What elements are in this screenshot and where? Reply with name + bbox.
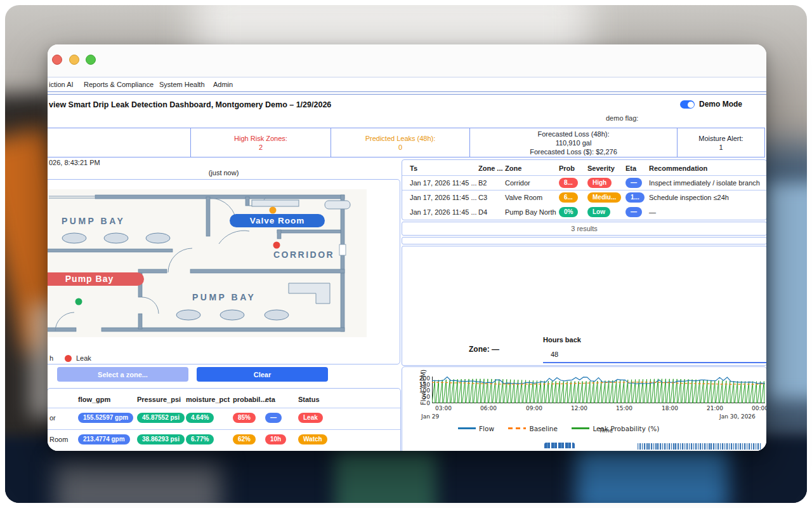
- nav-item-reports[interactable]: Reports & Compliance: [84, 81, 154, 88]
- eta-pill: 10h: [265, 434, 286, 444]
- close-window-button[interactable]: [52, 55, 62, 65]
- col-ts: Ts: [410, 164, 417, 172]
- zone-name-fragment: or: [49, 414, 56, 422]
- col-flow-gpm: flow_gpm: [78, 396, 110, 403]
- flow-chart-panel: Flow (GPM) 200150100500 03:0006:0009:001…: [402, 366, 766, 451]
- leak-dot-corridor: [273, 242, 280, 249]
- pressure-pill: 45.87552 psi: [137, 413, 185, 423]
- kpi-label: High Risk Zones:: [234, 134, 287, 143]
- results-count-bar: 3 results: [402, 222, 766, 236]
- zone-cell: Corridor: [505, 179, 530, 187]
- col-pressure-psi: Pressure_psi: [137, 396, 181, 403]
- prob-pill: 6...: [559, 192, 578, 203]
- kpi-card-empty: [48, 128, 191, 157]
- kpi-card-moisture-alert: Moisture Alert: 1: [677, 128, 765, 157]
- col-zone-id: Zone ...: [478, 164, 503, 172]
- x-axis-end-date: Jan 30, 2026: [719, 413, 756, 420]
- last-update-timestamp: 026, 8:43:21 PM: [49, 159, 100, 166]
- room-label-corridor: CORRIDOR: [273, 250, 334, 260]
- legend-leak-probability: Leak Probability (%): [572, 425, 659, 432]
- demo-mode-toggle[interactable]: [680, 100, 695, 109]
- recommendation-cell: Schedule inspection ≤24h: [649, 194, 729, 201]
- kpi-label: Moisture Alert:: [698, 134, 743, 143]
- selected-zone-label: Zone: —: [469, 345, 499, 354]
- freshness-label: (just now): [48, 169, 400, 177]
- col-recommendation: Recommendation: [649, 164, 707, 172]
- col-zone: Zone: [505, 164, 521, 172]
- flow-timeseries-chart[interactable]: [432, 377, 765, 403]
- x-axis-start-date: Jan 29: [421, 413, 439, 420]
- minimize-window-button[interactable]: [69, 55, 79, 65]
- status-pill: Watch: [298, 434, 327, 444]
- recommendation-cell: —: [649, 208, 656, 216]
- col-moisture-pct: moisture_pct: [186, 396, 230, 403]
- severity-pill: Low: [587, 207, 610, 217]
- demo-mode-label: Demo Mode: [699, 100, 742, 109]
- page-title: view Smart Drip Leak Detection Dashboard…: [49, 100, 331, 109]
- clipped-sparkline-fragment: [544, 443, 575, 448]
- floorplan-panel: PUMP BAY PUMP BAY CORRIDOR Valve Room Pu…: [48, 179, 400, 364]
- results-count: 3 results: [402, 225, 766, 232]
- nav-divider: [48, 91, 766, 95]
- col-probability: probabil...: [233, 396, 266, 403]
- zone-cell: Pump Bay North: [505, 208, 556, 216]
- clear-zone-button[interactable]: Clear: [197, 367, 328, 382]
- severity-pill: Mediu...: [587, 192, 621, 203]
- eta-pill: 1...: [625, 192, 645, 203]
- ts-cell: Jan 17, 2026 11:45 ...: [410, 208, 477, 216]
- legend-baseline: Baseline: [508, 425, 558, 432]
- desktop: iction AI Reports & Compliance System He…: [0, 0, 812, 508]
- prob-pill: 8...: [559, 178, 578, 188]
- zone-pill-label: Valve Room: [250, 216, 305, 225]
- zone-id-cell: B2: [478, 179, 487, 187]
- nav-item-prediction-ai[interactable]: iction AI: [49, 81, 74, 88]
- ts-cell: Jan 17, 2026 11:45 ...: [410, 194, 477, 201]
- zone-status-table: flow_gpm Pressure_psi moisture_pct proba…: [48, 388, 401, 451]
- ok-dot-pump-bay: [75, 298, 82, 305]
- hours-back-label: Hours back: [543, 336, 581, 344]
- legend-flow: Flow: [458, 425, 494, 432]
- toggle-knob: [688, 102, 694, 108]
- zone-pill-pump-bay[interactable]: Pump Bay: [48, 272, 144, 286]
- eta-pill: —: [625, 207, 642, 217]
- kpi-label: Predicted Leaks (48h):: [365, 134, 436, 143]
- chart-legend: Flow Baseline Leak Probability (%): [458, 420, 671, 432]
- probability-pill: 85%: [233, 413, 256, 423]
- watch-dot-valve-room: [270, 207, 277, 214]
- zone-id-cell: C3: [478, 194, 487, 201]
- moisture-pill: 6.77%: [186, 434, 214, 444]
- zone-detail-panel: Zone: — Hours back: [402, 246, 766, 366]
- status-pill: Leak: [298, 413, 323, 423]
- nav-item-admin[interactable]: Admin: [213, 81, 233, 88]
- floorplan-map[interactable]: PUMP BAY PUMP BAY CORRIDOR Valve Room Pu…: [48, 189, 367, 337]
- kpi-value: 2: [259, 143, 263, 152]
- x-axis-label: Time: [599, 427, 613, 434]
- col-prob: Prob: [559, 164, 575, 172]
- app-window: iction AI Reports & Compliance System He…: [48, 44, 766, 451]
- demo-flag-label: demo flag:: [606, 114, 638, 122]
- right-wall-door: [339, 244, 346, 255]
- zone-pill-valve-room[interactable]: Valve Room: [230, 214, 325, 227]
- probability-pill: 62%: [233, 434, 256, 444]
- kpi-card-forecasted-loss: Forecasted Loss (48h): 110,910 gal Forec…: [469, 128, 678, 157]
- hours-back-input[interactable]: [543, 346, 766, 363]
- select-zone-button[interactable]: Select a zone...: [57, 367, 188, 382]
- kpi-value: 0: [398, 143, 402, 152]
- kpi-value: 110,910 gal: [556, 138, 592, 147]
- zone-cell: Valve Room: [505, 194, 542, 201]
- ts-cell: Jan 17, 2026 11:45 ...: [410, 179, 477, 187]
- legend-leak-label: Leak: [76, 354, 91, 362]
- flow-pill: 155.52597 gpm: [78, 413, 133, 423]
- prob-pill: 0%: [559, 207, 578, 217]
- pressure-pill: 38.86293 psi: [137, 434, 185, 444]
- eta-pill: —: [265, 413, 282, 423]
- kpi-value: 1: [719, 143, 723, 152]
- kpi-value-secondary: Forecasted Loss ($): $2,276: [530, 147, 617, 156]
- zoom-window-button[interactable]: [86, 55, 96, 65]
- col-status: Status: [298, 396, 320, 403]
- zone-id-cell: D4: [478, 208, 487, 216]
- predictions-table: Ts Zone ... Zone Prob Severity Eta Recom…: [402, 159, 766, 220]
- window-titlebar: [48, 44, 766, 77]
- nav-item-system-health[interactable]: System Health: [159, 81, 205, 88]
- recommendation-cell: Inspect immediately / isolate branch: [649, 179, 760, 187]
